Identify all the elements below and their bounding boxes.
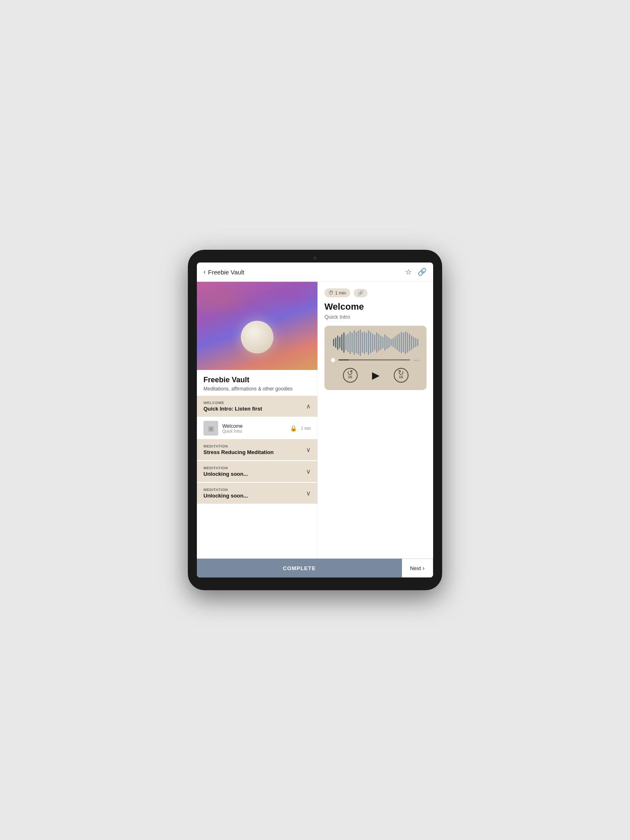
waveform-bar (349, 331, 351, 354)
vault-info: Freebie Vault Meditations, affirmations … (197, 370, 317, 396)
progress-time: --:-- (413, 358, 420, 362)
waveform-bar (376, 332, 377, 353)
waveform-bar (358, 331, 359, 354)
waveform-bar (411, 336, 412, 350)
audio-player: --:-- ↺ 15 ▶ ↻ (324, 326, 427, 390)
waveform-bar (403, 333, 404, 352)
waveform-bar (362, 332, 363, 353)
waveform-bar (345, 335, 347, 350)
waveform-bar (401, 332, 402, 353)
section-meditation-3[interactable]: MEDITATION Unlocking soon... ∨ (197, 483, 317, 504)
forward-circle: ↻ 15 (394, 368, 409, 383)
vault-subtitle: Meditations, affirmations & other goodie… (203, 386, 311, 392)
waveform-bar (399, 333, 400, 352)
main-content: Freebie Vault Meditations, affirmations … (197, 282, 433, 558)
waveform-bar (347, 333, 349, 352)
section-meditation-1-text: MEDITATION Stress Reducing Meditation (203, 444, 274, 455)
waveform-bar (370, 332, 371, 353)
nav-right: ☆ 🔗 (405, 267, 427, 276)
star-icon[interactable]: ☆ (405, 267, 412, 276)
chevron-down-icon-3: ∨ (306, 489, 311, 497)
section-meditation-3-label: MEDITATION (203, 488, 248, 492)
hero-moon (241, 321, 274, 354)
waveform-bar (341, 334, 342, 351)
waveform-bar (339, 337, 340, 348)
back-icon[interactable]: ‹ (203, 268, 205, 276)
content-description: Quick Intro (324, 314, 427, 320)
waveform-bar (409, 334, 410, 351)
rewind-button[interactable]: ↺ 15 (343, 368, 358, 383)
next-arrow-icon: › (422, 565, 425, 571)
waveform (331, 332, 420, 353)
content-title: Welcome (324, 301, 427, 312)
waveform-bar (354, 330, 355, 355)
waveform-bar (415, 338, 416, 347)
waveform-bar (382, 337, 383, 348)
waveform-bar (388, 338, 390, 348)
play-button[interactable]: ▶ (368, 367, 384, 383)
waveform-bar (374, 335, 375, 350)
tablet-screen: ‹ Freebie Vault ☆ 🔗 Freebie Vault (197, 262, 433, 578)
waveform-bar (360, 329, 361, 356)
waveform-bar (390, 339, 392, 346)
link-icon[interactable]: 🔗 (418, 267, 427, 276)
waveform-bar (386, 336, 388, 349)
next-button[interactable]: Next › (402, 559, 433, 578)
section-meditation-2-text: MEDITATION Unlocking soon... (203, 466, 248, 477)
next-label: Next (410, 565, 421, 571)
hero-image (197, 282, 317, 370)
section-meditation-2-title: Unlocking soon... (203, 471, 248, 477)
section-welcome-title: Quick Intro: Listen first (203, 406, 262, 412)
right-panel: ⏱ 1 min 🔗 Welcome Quick Intro (318, 282, 433, 558)
sub-item-duration: 1 min (301, 426, 311, 431)
tablet-device: ‹ Freebie Vault ☆ 🔗 Freebie Vault (188, 250, 442, 590)
waveform-bar (380, 336, 381, 350)
waveform-bar (413, 337, 414, 348)
nav-bar: ‹ Freebie Vault ☆ 🔗 (197, 262, 433, 282)
duration-value: 1 min (335, 290, 346, 295)
section-meditation-2-label: MEDITATION (203, 466, 248, 470)
link-badge-icon: 🔗 (358, 290, 363, 296)
nav-left: ‹ Freebie Vault (203, 268, 244, 276)
waveform-bar (395, 336, 396, 349)
duration-badge: ⏱ 1 min (324, 288, 350, 297)
waveform-bar (405, 331, 406, 354)
nav-title: Freebie Vault (208, 269, 244, 276)
complete-button[interactable]: COMPLETE (197, 559, 402, 578)
progress-row[interactable]: --:-- (331, 358, 420, 362)
progress-bar-bg[interactable] (338, 359, 410, 361)
section-meditation-1-title: Stress Reducing Meditation (203, 449, 274, 455)
waveform-bar (343, 332, 345, 353)
waveform-bar (335, 338, 336, 348)
section-welcome-text: WELCOME Quick Intro: Listen first (203, 401, 262, 412)
left-panel: Freebie Vault Meditations, affirmations … (197, 282, 318, 558)
waveform-bar (384, 334, 386, 351)
sub-item-title: Welcome (222, 423, 286, 429)
sub-item-welcome[interactable]: ▣ Welcome Quick Intro 🔒 1 min (197, 418, 317, 439)
forward-button[interactable]: ↻ 15 (394, 368, 409, 383)
waveform-bar (337, 336, 338, 350)
section-meditation-3-text: MEDITATION Unlocking soon... (203, 488, 248, 499)
waveform-bar (397, 335, 398, 350)
section-meditation-2[interactable]: MEDITATION Unlocking soon... ∨ (197, 461, 317, 482)
section-welcome-label: WELCOME (203, 401, 262, 405)
waveform-bar (356, 332, 357, 353)
clock-icon: ⏱ (329, 290, 333, 296)
link-badge[interactable]: 🔗 (354, 289, 368, 297)
waveform-bar (393, 338, 394, 347)
sub-item-desc: Quick Intro (222, 429, 286, 434)
sub-item-thumbnail: ▣ (203, 421, 218, 436)
waveform-bar (407, 332, 408, 353)
section-welcome[interactable]: WELCOME Quick Intro: Listen first ∧ (197, 396, 317, 417)
waveform-bar (352, 333, 353, 352)
lock-icon: 🔒 (290, 425, 297, 431)
section-meditation-3-title: Unlocking soon... (203, 493, 248, 499)
section-meditation-1[interactable]: MEDITATION Stress Reducing Meditation ∨ (197, 439, 317, 460)
chevron-down-icon-1: ∨ (306, 446, 311, 454)
player-controls: ↺ 15 ▶ ↻ 15 (331, 367, 420, 383)
waveform-bar (372, 333, 373, 352)
chevron-up-icon: ∧ (306, 402, 311, 410)
sub-item-info: Welcome Quick Intro (222, 423, 286, 434)
section-meditation-1-label: MEDITATION (203, 444, 274, 448)
vault-title: Freebie Vault (203, 376, 311, 384)
